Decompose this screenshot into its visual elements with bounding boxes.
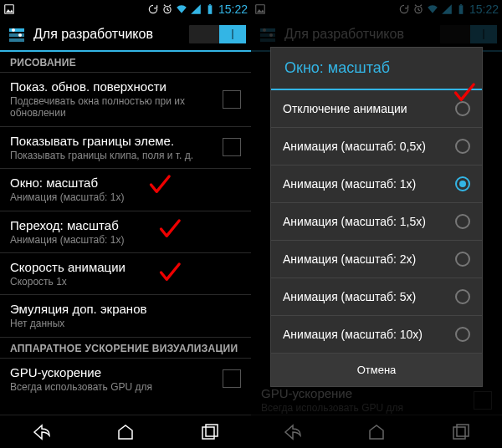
checkbox[interactable] (223, 90, 241, 109)
svg-rect-9 (202, 427, 214, 439)
item-title: GPU-ускорение (10, 365, 214, 379)
item-simulate-secondary-displays[interactable]: Эмуляция доп. экранов Нет данных (0, 295, 251, 337)
clock: 15:22 (218, 3, 248, 16)
dialog-option[interactable]: Анимация (масштаб: 5x) (271, 278, 482, 316)
radio-button[interactable] (455, 214, 470, 229)
radio-button[interactable] (455, 327, 470, 342)
checkbox[interactable] (223, 138, 241, 156)
wifi-icon (176, 3, 187, 15)
dialog-option[interactable]: Анимация (масштаб: 2x) (271, 241, 482, 278)
section-header: РИСОВАНИЕ (0, 52, 251, 73)
signal-icon (190, 3, 202, 15)
item-title: Переход: масштаб (10, 218, 241, 232)
item-show-surface-updates[interactable]: Показ. обнов. поверхности Подсвечивать о… (0, 73, 251, 127)
section-header: АППАРАТНОЕ УСКОРЕНИЕ ВИЗУАЛИЗАЦИИ (0, 338, 251, 359)
dialog-option-label: Анимация (масштаб: 5x) (283, 290, 455, 303)
photo-icon (3, 3, 15, 15)
recents-button[interactable] (199, 422, 219, 442)
radio-button[interactable] (455, 252, 470, 267)
item-sub: Анимация (масштаб: 1x) (10, 191, 241, 203)
svg-rect-5 (9, 33, 24, 37)
item-sub: Всегда использовать GPU для (10, 381, 214, 393)
dialog-option[interactable]: Анимация (масштаб: 1x) (271, 165, 482, 203)
sync-icon (147, 3, 159, 15)
item-title: Скорость анимации (10, 260, 241, 274)
item-title: Показывать границы элеме. (10, 134, 214, 148)
checkbox[interactable] (223, 369, 241, 388)
radio-button[interactable] (455, 289, 470, 304)
item-title: Показ. обнов. поверхности (10, 79, 214, 94)
dialog-option-label: Анимация (масштаб: 1x) (283, 177, 455, 191)
settings-list: РИСОВАНИЕ Показ. обнов. поверхности Подс… (0, 52, 251, 415)
master-toggle[interactable] (189, 25, 246, 43)
item-window-animation-scale[interactable]: Окно: масштаб Анимация (масштаб: 1x) (0, 169, 251, 211)
dialog-title: Окно: масштаб (271, 48, 482, 90)
dialog-option-label: Анимация (масштаб: 2x) (283, 252, 455, 266)
dialog-scrim[interactable]: Окно: масштаб Отключение анимацииАнимаци… (251, 0, 502, 448)
radio-button[interactable] (455, 101, 470, 116)
dialog-option-label: Анимация (масштаб: 10x) (283, 328, 455, 341)
item-gpu-rendering[interactable]: GPU-ускорение Всегда использовать GPU дл… (0, 359, 251, 400)
dialog-option-label: Отключение анимации (283, 102, 455, 115)
dialog-cancel-button[interactable]: Отмена (271, 354, 482, 386)
action-bar-title: Для разработчиков (33, 27, 189, 42)
radio-button[interactable] (455, 176, 470, 191)
svg-rect-4 (9, 28, 24, 32)
dialog-option[interactable]: Анимация (масштаб: 0,5x) (271, 128, 482, 165)
dialog-option[interactable]: Отключение анимации (271, 90, 482, 128)
item-title: Эмуляция доп. экранов (10, 302, 241, 316)
dialog-option-label: Анимация (масштаб: 0,5x) (283, 140, 455, 153)
status-bar: 15:22 (0, 0, 251, 18)
dialog-window-animation-scale: Окно: масштаб Отключение анимацииАнимаци… (270, 47, 483, 387)
dialog-option-label: Анимация (масштаб: 1,5x) (283, 215, 455, 228)
svg-point-7 (12, 28, 15, 32)
dialog-option[interactable]: Анимация (масштаб: 10x) (271, 316, 482, 354)
item-sub: Показывать границы клипа, поля и т. д. (10, 150, 214, 161)
radio-button[interactable] (455, 139, 470, 154)
dialog-option[interactable]: Анимация (масштаб: 1,5x) (271, 203, 482, 241)
item-animator-duration-scale[interactable]: Скорость анимации Скорость 1x (0, 253, 251, 295)
item-transition-animation-scale[interactable]: Переход: масштаб Анимация (масштаб: 1x) (0, 211, 251, 253)
settings-icon[interactable] (5, 23, 28, 46)
item-sub: Подсвечивать окна полностью при их обнов… (10, 95, 214, 120)
alarm-icon (161, 3, 173, 15)
item-show-layout-bounds[interactable]: Показывать границы элеме. Показывать гра… (0, 127, 251, 169)
svg-rect-6 (9, 38, 24, 42)
item-sub: Нет данных (10, 318, 241, 329)
home-button[interactable] (115, 422, 136, 442)
item-sub: Скорость 1x (10, 276, 241, 288)
svg-rect-2 (208, 5, 213, 13)
back-button[interactable] (32, 422, 52, 442)
svg-point-8 (18, 33, 22, 37)
svg-rect-3 (209, 4, 211, 5)
svg-rect-10 (206, 425, 218, 436)
battery-icon (204, 3, 216, 15)
action-bar: Для разработчиков (0, 18, 251, 52)
item-sub: Анимация (масштаб: 1x) (10, 234, 241, 246)
item-title: Окно: масштаб (10, 176, 241, 190)
navigation-bar (0, 415, 251, 448)
